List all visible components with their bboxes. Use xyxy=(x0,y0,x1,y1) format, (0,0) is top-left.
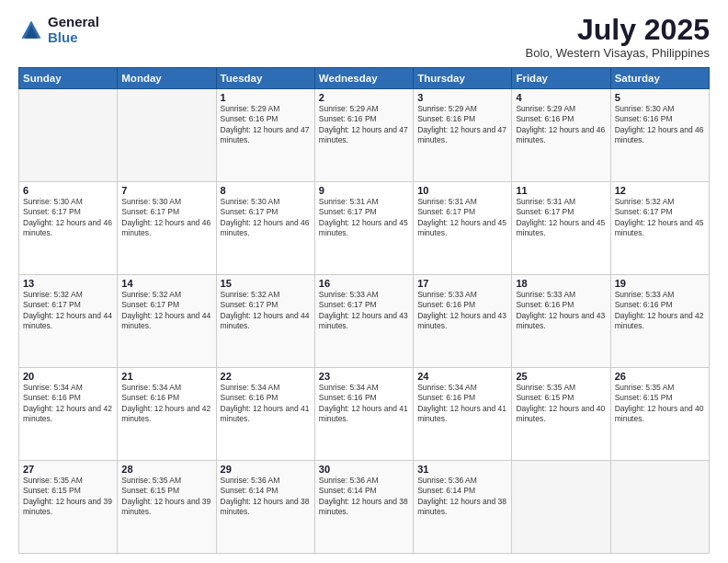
day-number: 27 xyxy=(23,464,113,475)
header: General Blue July 2025 Bolo, Western Vis… xyxy=(18,15,710,60)
day-number: 8 xyxy=(221,185,311,196)
day-number: 3 xyxy=(417,92,507,103)
month-year: July 2025 xyxy=(526,15,710,44)
logo-text: General Blue xyxy=(48,15,99,45)
calendar-cell: 22Sunrise: 5:34 AMSunset: 6:16 PMDayligh… xyxy=(216,368,314,461)
day-info: Sunrise: 5:30 AMSunset: 6:17 PMDaylight:… xyxy=(121,197,211,239)
day-info: Sunrise: 5:29 AMSunset: 6:16 PMDaylight:… xyxy=(516,104,606,146)
day-info: Sunrise: 5:35 AMSunset: 6:15 PMDaylight:… xyxy=(121,476,211,518)
calendar-cell: 31Sunrise: 5:36 AMSunset: 6:14 PMDayligh… xyxy=(414,461,512,554)
calendar-cell: 21Sunrise: 5:34 AMSunset: 6:16 PMDayligh… xyxy=(118,368,216,461)
day-number: 4 xyxy=(516,92,606,103)
day-info: Sunrise: 5:35 AMSunset: 6:15 PMDaylight:… xyxy=(516,383,606,425)
calendar-table: SundayMondayTuesdayWednesdayThursdayFrid… xyxy=(18,67,710,554)
day-info: Sunrise: 5:33 AMSunset: 6:16 PMDaylight:… xyxy=(615,290,705,332)
day-number: 1 xyxy=(221,92,311,103)
calendar-cell: 12Sunrise: 5:32 AMSunset: 6:17 PMDayligh… xyxy=(610,182,709,275)
day-info: Sunrise: 5:30 AMSunset: 6:17 PMDaylight:… xyxy=(23,197,113,239)
day-info: Sunrise: 5:29 AMSunset: 6:16 PMDaylight:… xyxy=(221,104,311,146)
logo-general-text: General xyxy=(48,15,99,30)
calendar-cell xyxy=(19,89,118,182)
day-number: 21 xyxy=(121,371,211,382)
day-info: Sunrise: 5:32 AMSunset: 6:17 PMDaylight:… xyxy=(615,197,705,239)
calendar-cell: 9Sunrise: 5:31 AMSunset: 6:17 PMDaylight… xyxy=(314,182,413,275)
calendar-cell: 25Sunrise: 5:35 AMSunset: 6:15 PMDayligh… xyxy=(512,368,610,461)
logo-blue-text: Blue xyxy=(48,30,99,46)
calendar-cell: 18Sunrise: 5:33 AMSunset: 6:16 PMDayligh… xyxy=(512,275,610,368)
calendar-cell: 19Sunrise: 5:33 AMSunset: 6:16 PMDayligh… xyxy=(610,275,709,368)
day-number: 31 xyxy=(417,464,507,475)
day-info: Sunrise: 5:30 AMSunset: 6:16 PMDaylight:… xyxy=(615,104,705,146)
day-number: 13 xyxy=(23,278,113,289)
calendar-cell: 13Sunrise: 5:32 AMSunset: 6:17 PMDayligh… xyxy=(19,275,118,368)
day-number: 23 xyxy=(319,371,409,382)
day-info: Sunrise: 5:32 AMSunset: 6:17 PMDaylight:… xyxy=(121,290,211,332)
calendar-cell: 3Sunrise: 5:29 AMSunset: 6:16 PMDaylight… xyxy=(414,89,512,182)
calendar-cell: 23Sunrise: 5:34 AMSunset: 6:16 PMDayligh… xyxy=(314,368,413,461)
weekday-header-saturday: Saturday xyxy=(610,68,709,89)
day-number: 25 xyxy=(516,371,606,382)
day-number: 9 xyxy=(319,185,409,196)
location: Bolo, Western Visayas, Philippines xyxy=(526,46,710,60)
day-number: 22 xyxy=(221,371,311,382)
weekday-header-wednesday: Wednesday xyxy=(314,68,413,89)
title-block: July 2025 Bolo, Western Visayas, Philipp… xyxy=(526,15,710,60)
day-info: Sunrise: 5:34 AMSunset: 6:16 PMDaylight:… xyxy=(417,383,507,425)
calendar-cell: 14Sunrise: 5:32 AMSunset: 6:17 PMDayligh… xyxy=(118,275,216,368)
calendar-cell: 8Sunrise: 5:30 AMSunset: 6:17 PMDaylight… xyxy=(216,182,314,275)
calendar-cell: 1Sunrise: 5:29 AMSunset: 6:16 PMDaylight… xyxy=(216,89,314,182)
page: General Blue July 2025 Bolo, Western Vis… xyxy=(0,0,728,563)
day-info: Sunrise: 5:36 AMSunset: 6:14 PMDaylight:… xyxy=(221,476,311,518)
day-info: Sunrise: 5:31 AMSunset: 6:17 PMDaylight:… xyxy=(319,197,409,239)
day-info: Sunrise: 5:35 AMSunset: 6:15 PMDaylight:… xyxy=(23,476,113,518)
day-info: Sunrise: 5:34 AMSunset: 6:16 PMDaylight:… xyxy=(319,383,409,425)
week-row-2: 6Sunrise: 5:30 AMSunset: 6:17 PMDaylight… xyxy=(19,182,710,275)
calendar-cell: 17Sunrise: 5:33 AMSunset: 6:16 PMDayligh… xyxy=(414,275,512,368)
day-info: Sunrise: 5:36 AMSunset: 6:14 PMDaylight:… xyxy=(319,476,409,518)
day-number: 16 xyxy=(319,278,409,289)
day-number: 26 xyxy=(615,371,705,382)
day-info: Sunrise: 5:32 AMSunset: 6:17 PMDaylight:… xyxy=(221,290,311,332)
weekday-header-friday: Friday xyxy=(512,68,610,89)
day-info: Sunrise: 5:29 AMSunset: 6:16 PMDaylight:… xyxy=(319,104,409,146)
day-number: 12 xyxy=(615,185,705,196)
day-number: 10 xyxy=(417,185,507,196)
weekday-header-tuesday: Tuesday xyxy=(216,68,314,89)
calendar-cell: 24Sunrise: 5:34 AMSunset: 6:16 PMDayligh… xyxy=(414,368,512,461)
day-number: 7 xyxy=(121,185,211,196)
day-number: 11 xyxy=(516,185,606,196)
day-info: Sunrise: 5:34 AMSunset: 6:16 PMDaylight:… xyxy=(121,383,211,425)
day-info: Sunrise: 5:33 AMSunset: 6:17 PMDaylight:… xyxy=(319,290,409,332)
week-row-3: 13Sunrise: 5:32 AMSunset: 6:17 PMDayligh… xyxy=(19,275,710,368)
day-number: 6 xyxy=(23,185,113,196)
day-info: Sunrise: 5:30 AMSunset: 6:17 PMDaylight:… xyxy=(221,197,311,239)
calendar-cell: 2Sunrise: 5:29 AMSunset: 6:16 PMDaylight… xyxy=(314,89,413,182)
day-info: Sunrise: 5:35 AMSunset: 6:15 PMDaylight:… xyxy=(615,383,705,425)
day-info: Sunrise: 5:32 AMSunset: 6:17 PMDaylight:… xyxy=(23,290,113,332)
calendar-cell: 26Sunrise: 5:35 AMSunset: 6:15 PMDayligh… xyxy=(610,368,709,461)
day-info: Sunrise: 5:31 AMSunset: 6:17 PMDaylight:… xyxy=(516,197,606,239)
logo: General Blue xyxy=(18,15,99,45)
calendar-cell xyxy=(610,461,709,554)
day-number: 19 xyxy=(615,278,705,289)
calendar-cell: 4Sunrise: 5:29 AMSunset: 6:16 PMDaylight… xyxy=(512,89,610,182)
day-number: 5 xyxy=(615,92,705,103)
calendar-cell xyxy=(118,89,216,182)
calendar-cell: 6Sunrise: 5:30 AMSunset: 6:17 PMDaylight… xyxy=(19,182,118,275)
calendar-cell: 27Sunrise: 5:35 AMSunset: 6:15 PMDayligh… xyxy=(19,461,118,554)
day-number: 2 xyxy=(319,92,409,103)
week-row-5: 27Sunrise: 5:35 AMSunset: 6:15 PMDayligh… xyxy=(19,461,710,554)
logo-icon xyxy=(18,17,44,43)
day-number: 29 xyxy=(221,464,311,475)
day-number: 28 xyxy=(121,464,211,475)
calendar-cell: 29Sunrise: 5:36 AMSunset: 6:14 PMDayligh… xyxy=(216,461,314,554)
calendar-cell: 20Sunrise: 5:34 AMSunset: 6:16 PMDayligh… xyxy=(19,368,118,461)
weekday-header-thursday: Thursday xyxy=(414,68,512,89)
day-info: Sunrise: 5:31 AMSunset: 6:17 PMDaylight:… xyxy=(417,197,507,239)
day-info: Sunrise: 5:33 AMSunset: 6:16 PMDaylight:… xyxy=(516,290,606,332)
calendar-cell: 15Sunrise: 5:32 AMSunset: 6:17 PMDayligh… xyxy=(216,275,314,368)
calendar-cell: 16Sunrise: 5:33 AMSunset: 6:17 PMDayligh… xyxy=(314,275,413,368)
calendar-cell: 11Sunrise: 5:31 AMSunset: 6:17 PMDayligh… xyxy=(512,182,610,275)
day-info: Sunrise: 5:34 AMSunset: 6:16 PMDaylight:… xyxy=(221,383,311,425)
day-info: Sunrise: 5:33 AMSunset: 6:16 PMDaylight:… xyxy=(417,290,507,332)
